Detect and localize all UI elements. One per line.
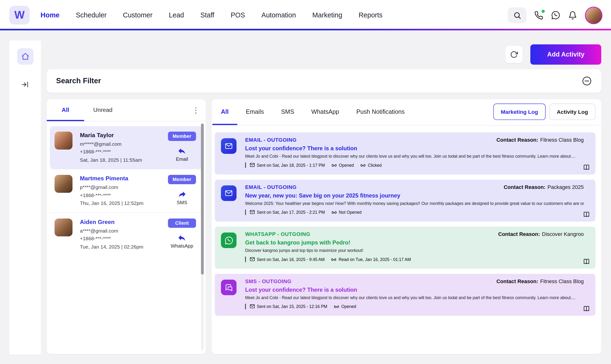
card-footer: Sent on Sat, Jan 17, 2025 - 2:21 PM Not … bbox=[245, 209, 584, 215]
membership-badge: Member bbox=[168, 132, 196, 141]
open-book-icon[interactable] bbox=[583, 258, 590, 266]
status-text: Opened bbox=[339, 163, 354, 168]
nav-item-automation[interactable]: Automation bbox=[261, 11, 296, 19]
card-type: EMAIL - OUTGOING bbox=[245, 184, 297, 190]
contact-side: Member Email bbox=[165, 132, 199, 164]
inbox-scrollbar-thumb[interactable] bbox=[201, 124, 204, 274]
card-body: Welcome 2025: Your healthier year begins… bbox=[245, 201, 584, 206]
inbox-tabs: All Unread ⋮ bbox=[47, 99, 206, 121]
activity-card-whatsapp[interactable]: WHATSAPP - OUTGOING Contact Reason:Disco… bbox=[215, 227, 596, 269]
marketing-log-button[interactable]: Marketing Log bbox=[493, 104, 545, 120]
open-book-icon[interactable] bbox=[583, 164, 590, 171]
contact-name: Aiden Green bbox=[80, 219, 165, 225]
card-body: Discover kangroo jumps and top tips to m… bbox=[245, 248, 584, 253]
nav-item-lead[interactable]: Lead bbox=[169, 11, 184, 19]
main-nav: Home Scheduler Customer Lead Staff POS A… bbox=[40, 11, 383, 19]
add-activity-button[interactable]: Add Activity bbox=[530, 44, 601, 65]
envelope-icon bbox=[250, 162, 255, 168]
open-book-icon[interactable] bbox=[583, 305, 590, 313]
refresh-icon bbox=[510, 50, 518, 58]
card-header: EMAIL - OUTGOING Contact Reason:Fitness … bbox=[245, 137, 584, 143]
activity-card-sms[interactable]: SMS - OUTGOING Contact Reason:Fitness Cl… bbox=[215, 274, 596, 316]
nav-item-marketing[interactable]: Marketing bbox=[312, 11, 342, 19]
contact-email: p****@gmail.com bbox=[80, 184, 165, 192]
contact-reason-label: Contact Reason: bbox=[496, 278, 538, 284]
user-avatar[interactable] bbox=[585, 6, 602, 24]
nav-item-home[interactable]: Home bbox=[40, 11, 59, 19]
card-footer: Sent on Sat, Jan 18, 2025 - 1:17 PM Open… bbox=[245, 162, 584, 168]
sent-text: Sent on Sat, Jan 16, 2025 - 9:45 AM bbox=[257, 257, 325, 262]
refresh-button[interactable] bbox=[505, 46, 523, 63]
membership-badge: Client bbox=[168, 219, 196, 228]
contact-phone: +1868-***-**** bbox=[80, 192, 165, 199]
whatsapp-button[interactable] bbox=[551, 11, 560, 20]
envelope-icon bbox=[250, 304, 255, 309]
reply-icon bbox=[178, 233, 187, 242]
collapse-filter-button[interactable] bbox=[582, 76, 592, 86]
top-navbar: W Home Scheduler Customer Lead Staff POS… bbox=[0, 0, 611, 30]
contact-reason-value: Discover Kangroo bbox=[542, 231, 584, 237]
footer-accent-bar bbox=[245, 209, 246, 215]
contact-row[interactable]: Maria Taylor m*****@gmail.com +1868-***-… bbox=[50, 126, 203, 169]
notifications-button[interactable] bbox=[568, 11, 577, 20]
card-footer: Sent on Sat, Jan 16, 2025 - 9:45 AM Read… bbox=[245, 256, 584, 262]
card-body: Meet Jo and Cobi - Read our latest blogp… bbox=[245, 154, 584, 159]
envelope-icon bbox=[250, 209, 255, 214]
glasses-icon bbox=[331, 209, 337, 215]
inbox-tab-all[interactable]: All bbox=[47, 99, 84, 121]
last-channel: SMS bbox=[177, 190, 187, 205]
activity-card-email[interactable]: EMAIL - OUTGOING Contact Reason:Fitness … bbox=[215, 132, 596, 174]
contact-date: Tue, Jan 14, 2025 | 02:26pm bbox=[80, 243, 165, 251]
contact-reason: Contact Reason:Discover Kangroo bbox=[498, 231, 584, 237]
activity-tab-push[interactable]: Push Notifications bbox=[348, 99, 413, 125]
contact-phone: +1868-***-**** bbox=[80, 235, 165, 243]
contact-side: Client WhatsApp bbox=[165, 219, 199, 251]
footer-accent-bar bbox=[245, 256, 246, 262]
channel-label: WhatsApp bbox=[171, 243, 193, 249]
reply-icon bbox=[178, 146, 187, 156]
activity-log-button[interactable]: Activity Log bbox=[549, 104, 596, 120]
activity-card-email[interactable]: EMAIL - OUTGOING Contact Reason:Packages… bbox=[215, 180, 596, 221]
activity-tab-sms[interactable]: SMS bbox=[273, 99, 303, 125]
nav-item-scheduler[interactable]: Scheduler bbox=[76, 11, 107, 19]
card-body: Meet Jo and Cobi - Read our latest blogp… bbox=[245, 295, 584, 300]
contact-row[interactable]: Aiden Green a****@gmail.com +1868-***-**… bbox=[50, 212, 203, 256]
activity-tab-all[interactable]: All bbox=[213, 99, 237, 125]
inbox-tab-unread[interactable]: Unread bbox=[84, 99, 122, 121]
nav-item-reports[interactable]: Reports bbox=[359, 11, 382, 19]
activity-panel: All Emails SMS WhatsApp Push Notificatio… bbox=[212, 99, 601, 354]
contact-reason: Contact Reason:Fitness Class Blog bbox=[496, 278, 584, 284]
panels: All Unread ⋮ Maria Taylor m*****@gmail.c… bbox=[47, 99, 601, 354]
page-actions: Add Activity bbox=[47, 40, 601, 65]
phone-button[interactable] bbox=[534, 11, 543, 20]
rail-collapse-button[interactable] bbox=[21, 80, 29, 89]
envelope-icon bbox=[250, 257, 255, 262]
email-icon bbox=[221, 138, 237, 154]
card-header: WHATSAPP - OUTGOING Contact Reason:Disco… bbox=[245, 231, 584, 237]
sent-text: Sent on Sat, Jan 17, 2025 - 2:21 PM bbox=[257, 210, 325, 214]
sent-text: Sent on Sat, Jan 15, 2025 - 12:16 PM bbox=[257, 304, 327, 309]
sent-info: Sent on Sat, Jan 17, 2025 - 2:21 PM bbox=[250, 209, 325, 214]
contact-row[interactable]: Martmes Pimenta p****@gmail.com +1868-**… bbox=[50, 169, 203, 212]
card-title: Lost your confidence? There is a solutio… bbox=[245, 287, 584, 293]
forward-icon bbox=[178, 190, 187, 199]
activity-tab-emails[interactable]: Emails bbox=[237, 99, 273, 125]
glasses-icon bbox=[333, 303, 339, 309]
search-icon bbox=[513, 11, 521, 19]
search-filter-bar: Search Filter bbox=[47, 69, 601, 93]
contact-reason: Contact Reason:Fitness Class Blog bbox=[496, 137, 584, 143]
status-text: Read on Tue, Jan 16, 2025 - 01:17 AM bbox=[339, 257, 411, 262]
nav-item-staff[interactable]: Staff bbox=[200, 11, 214, 19]
whatsapp-icon bbox=[551, 11, 560, 20]
contact-phone: +1868-***-**** bbox=[80, 148, 165, 156]
activity-tab-whatsapp[interactable]: WhatsApp bbox=[303, 99, 348, 125]
nav-item-pos[interactable]: POS bbox=[231, 11, 245, 19]
card-type: EMAIL - OUTGOING bbox=[245, 137, 297, 143]
rail-home-button[interactable] bbox=[17, 48, 33, 65]
inbox-menu-icon[interactable]: ⋮ bbox=[192, 106, 199, 115]
sent-info: Sent on Sat, Jan 18, 2025 - 1:17 PM bbox=[250, 162, 325, 168]
app-logo[interactable]: W bbox=[9, 6, 30, 24]
search-button[interactable] bbox=[508, 7, 526, 23]
open-book-icon[interactable] bbox=[583, 211, 590, 219]
nav-item-customer[interactable]: Customer bbox=[123, 11, 153, 19]
